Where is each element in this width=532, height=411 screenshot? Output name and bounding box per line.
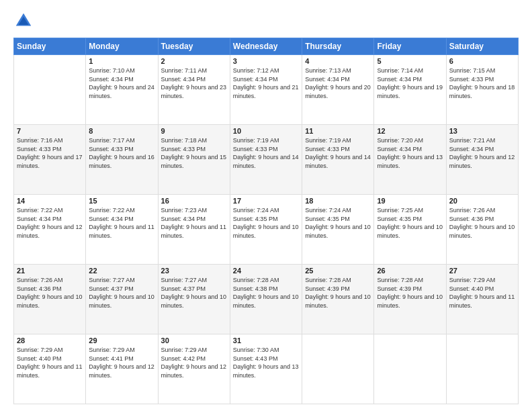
day-number: 10 <box>233 127 299 135</box>
day-header-monday: Monday <box>86 38 158 55</box>
day-cell: 22Sunrise: 7:27 AMSunset: 4:37 PMDayligh… <box>86 265 158 334</box>
day-cell <box>14 55 86 125</box>
day-number: 1 <box>89 57 154 65</box>
day-cell: 21Sunrise: 7:26 AMSunset: 4:36 PMDayligh… <box>14 265 86 334</box>
day-cell: 6Sunrise: 7:15 AMSunset: 4:33 PMDaylight… <box>446 55 518 125</box>
day-cell: 15Sunrise: 7:22 AMSunset: 4:34 PMDayligh… <box>86 195 158 265</box>
day-cell: 28Sunrise: 7:29 AMSunset: 4:40 PMDayligh… <box>14 334 86 404</box>
header-row: SundayMondayTuesdayWednesdayThursdayFrid… <box>14 38 519 55</box>
day-number: 22 <box>89 267 154 275</box>
day-cell: 17Sunrise: 7:24 AMSunset: 4:35 PMDayligh… <box>230 195 302 265</box>
day-cell: 27Sunrise: 7:29 AMSunset: 4:40 PMDayligh… <box>446 265 518 334</box>
page: SundayMondayTuesdayWednesdayThursdayFrid… <box>0 0 532 411</box>
header <box>13 11 519 31</box>
day-cell: 14Sunrise: 7:22 AMSunset: 4:34 PMDayligh… <box>14 195 86 265</box>
day-cell <box>302 334 374 404</box>
day-info: Sunrise: 7:28 AMSunset: 4:39 PMDaylight:… <box>305 276 371 310</box>
day-cell: 12Sunrise: 7:20 AMSunset: 4:34 PMDayligh… <box>374 125 446 195</box>
day-number: 3 <box>233 57 299 65</box>
day-info: Sunrise: 7:28 AMSunset: 4:39 PMDaylight:… <box>377 276 443 310</box>
day-cell: 16Sunrise: 7:23 AMSunset: 4:34 PMDayligh… <box>158 195 230 265</box>
day-info: Sunrise: 7:24 AMSunset: 4:35 PMDaylight:… <box>305 206 371 240</box>
day-number: 8 <box>89 127 154 135</box>
day-info: Sunrise: 7:22 AMSunset: 4:34 PMDaylight:… <box>89 206 154 240</box>
day-info: Sunrise: 7:21 AMSunset: 4:34 PMDaylight:… <box>449 136 515 170</box>
day-cell: 7Sunrise: 7:16 AMSunset: 4:33 PMDaylight… <box>14 125 86 195</box>
day-number: 7 <box>17 127 83 135</box>
day-number: 13 <box>449 127 515 135</box>
day-number: 4 <box>305 57 371 65</box>
day-cell: 18Sunrise: 7:24 AMSunset: 4:35 PMDayligh… <box>302 195 374 265</box>
day-info: Sunrise: 7:20 AMSunset: 4:34 PMDaylight:… <box>377 136 443 170</box>
day-info: Sunrise: 7:29 AMSunset: 4:40 PMDaylight:… <box>17 346 83 379</box>
day-cell: 20Sunrise: 7:26 AMSunset: 4:36 PMDayligh… <box>446 195 518 265</box>
day-info: Sunrise: 7:17 AMSunset: 4:33 PMDaylight:… <box>89 136 154 170</box>
day-cell: 30Sunrise: 7:29 AMSunset: 4:42 PMDayligh… <box>158 334 230 404</box>
day-info: Sunrise: 7:26 AMSunset: 4:36 PMDaylight:… <box>17 276 83 310</box>
day-number: 27 <box>449 267 515 275</box>
day-number: 17 <box>233 197 299 205</box>
day-number: 14 <box>17 197 83 205</box>
day-number: 28 <box>17 336 83 345</box>
day-cell: 3Sunrise: 7:12 AMSunset: 4:34 PMDaylight… <box>230 55 302 125</box>
week-row-2: 7Sunrise: 7:16 AMSunset: 4:33 PMDaylight… <box>14 125 519 195</box>
day-cell: 25Sunrise: 7:28 AMSunset: 4:39 PMDayligh… <box>302 265 374 334</box>
day-number: 29 <box>89 336 154 345</box>
logo <box>13 11 36 31</box>
day-number: 12 <box>377 127 443 135</box>
day-number: 25 <box>305 267 371 275</box>
day-header-wednesday: Wednesday <box>230 38 302 55</box>
day-header-sunday: Sunday <box>14 38 86 55</box>
day-cell: 9Sunrise: 7:18 AMSunset: 4:33 PMDaylight… <box>158 125 230 195</box>
day-cell: 31Sunrise: 7:30 AMSunset: 4:43 PMDayligh… <box>230 334 302 404</box>
day-info: Sunrise: 7:27 AMSunset: 4:37 PMDaylight:… <box>89 276 154 310</box>
day-info: Sunrise: 7:19 AMSunset: 4:33 PMDaylight:… <box>305 136 371 170</box>
day-cell: 10Sunrise: 7:19 AMSunset: 4:33 PMDayligh… <box>230 125 302 195</box>
day-cell: 1Sunrise: 7:10 AMSunset: 4:34 PMDaylight… <box>86 55 158 125</box>
day-info: Sunrise: 7:18 AMSunset: 4:33 PMDaylight:… <box>161 136 227 170</box>
day-header-saturday: Saturday <box>446 38 518 55</box>
day-number: 15 <box>89 197 154 205</box>
day-number: 30 <box>161 336 227 345</box>
day-info: Sunrise: 7:19 AMSunset: 4:33 PMDaylight:… <box>233 136 299 170</box>
day-number: 20 <box>449 197 515 205</box>
day-number: 24 <box>233 267 299 275</box>
day-number: 26 <box>377 267 443 275</box>
calendar-table: SundayMondayTuesdayWednesdayThursdayFrid… <box>13 38 519 404</box>
day-cell <box>374 334 446 404</box>
day-info: Sunrise: 7:23 AMSunset: 4:34 PMDaylight:… <box>161 206 227 240</box>
day-cell: 23Sunrise: 7:27 AMSunset: 4:37 PMDayligh… <box>158 265 230 334</box>
week-row-4: 21Sunrise: 7:26 AMSunset: 4:36 PMDayligh… <box>14 265 519 334</box>
day-info: Sunrise: 7:29 AMSunset: 4:42 PMDaylight:… <box>161 346 227 379</box>
day-cell: 13Sunrise: 7:21 AMSunset: 4:34 PMDayligh… <box>446 125 518 195</box>
day-number: 2 <box>161 57 227 65</box>
day-info: Sunrise: 7:27 AMSunset: 4:37 PMDaylight:… <box>161 276 227 310</box>
day-info: Sunrise: 7:13 AMSunset: 4:34 PMDaylight:… <box>305 66 371 100</box>
day-cell: 2Sunrise: 7:11 AMSunset: 4:34 PMDaylight… <box>158 55 230 125</box>
week-row-3: 14Sunrise: 7:22 AMSunset: 4:34 PMDayligh… <box>14 195 519 265</box>
day-header-friday: Friday <box>374 38 446 55</box>
day-info: Sunrise: 7:22 AMSunset: 4:34 PMDaylight:… <box>17 206 83 240</box>
day-info: Sunrise: 7:29 AMSunset: 4:40 PMDaylight:… <box>449 276 515 310</box>
day-cell: 24Sunrise: 7:28 AMSunset: 4:38 PMDayligh… <box>230 265 302 334</box>
day-cell <box>446 334 518 404</box>
day-cell: 19Sunrise: 7:25 AMSunset: 4:35 PMDayligh… <box>374 195 446 265</box>
week-row-1: 1Sunrise: 7:10 AMSunset: 4:34 PMDaylight… <box>14 55 519 125</box>
day-number: 16 <box>161 197 227 205</box>
logo-icon <box>13 11 34 31</box>
day-info: Sunrise: 7:16 AMSunset: 4:33 PMDaylight:… <box>17 136 83 170</box>
day-cell: 4Sunrise: 7:13 AMSunset: 4:34 PMDaylight… <box>302 55 374 125</box>
day-info: Sunrise: 7:28 AMSunset: 4:38 PMDaylight:… <box>233 276 299 310</box>
day-number: 31 <box>233 336 299 345</box>
day-info: Sunrise: 7:26 AMSunset: 4:36 PMDaylight:… <box>449 206 515 240</box>
day-info: Sunrise: 7:12 AMSunset: 4:34 PMDaylight:… <box>233 66 299 100</box>
day-number: 5 <box>377 57 443 65</box>
day-info: Sunrise: 7:29 AMSunset: 4:41 PMDaylight:… <box>89 346 154 379</box>
day-number: 19 <box>377 197 443 205</box>
day-cell: 8Sunrise: 7:17 AMSunset: 4:33 PMDaylight… <box>86 125 158 195</box>
day-number: 23 <box>161 267 227 275</box>
day-cell: 29Sunrise: 7:29 AMSunset: 4:41 PMDayligh… <box>86 334 158 404</box>
day-info: Sunrise: 7:25 AMSunset: 4:35 PMDaylight:… <box>377 206 443 240</box>
week-row-5: 28Sunrise: 7:29 AMSunset: 4:40 PMDayligh… <box>14 334 519 404</box>
day-cell: 11Sunrise: 7:19 AMSunset: 4:33 PMDayligh… <box>302 125 374 195</box>
